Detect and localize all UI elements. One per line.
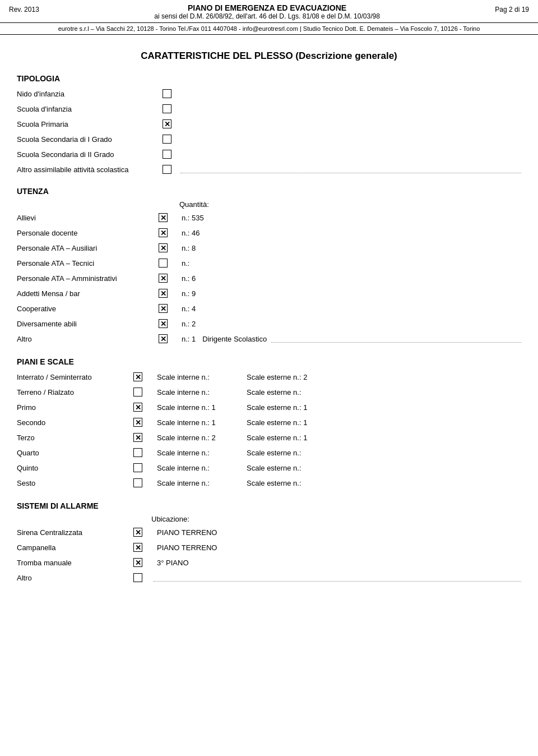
piani-scale-int-primo: Scale interne n.: 1: [151, 403, 241, 412]
tipologia-label-2: Scuola Primaria: [17, 120, 163, 128]
utenza-checkbox-cooperative[interactable]: [159, 304, 168, 313]
tipologia-section-header: TIPOLOGIA: [17, 74, 521, 83]
piani-scale-est-interrato: Scale esterne n.: 2: [241, 373, 331, 381]
utenza-checkbox-mensa[interactable]: [159, 289, 168, 298]
utenza-row-altro: Altro n.: 1 Dirigente Scolastico: [17, 333, 521, 345]
piani-scale-est-secondo: Scale esterne n.: 1: [241, 418, 331, 427]
allarme-section-header: SISTEMI DI ALLARME: [17, 501, 521, 510]
piani-checkbox-terreno[interactable]: [133, 388, 142, 397]
tipologia-label-3: Scuola Secondaria di I Grado: [17, 135, 163, 144]
utenza-label-ausiliari: Personale ATA – Ausiliari: [17, 244, 151, 252]
tipologia-label-1: Scuola d'infanzia: [17, 105, 163, 113]
utenza-qty-mensa: n.: 9: [182, 289, 196, 298]
allarme-label-altro: Altro: [17, 574, 129, 582]
allarme-checkbox-tromba[interactable]: [133, 558, 142, 567]
allarme-checkbox-altro[interactable]: [133, 573, 142, 582]
piani-checkbox-quarto[interactable]: [133, 448, 142, 457]
tipologia-label-4: Scuola Secondaria di II Grado: [17, 150, 163, 159]
piani-scale-int-secondo: Scale interne n.: 1: [151, 418, 241, 427]
piani-row-interrato: Interrato / Seminterrato Scale interne n…: [17, 371, 521, 383]
piani-scale-est-terzo: Scale esterne n.: 1: [241, 434, 331, 442]
utenza-row-diversamente: Diversamente abili n.: 2: [17, 317, 521, 330]
utenza-dotted-altro: [271, 335, 521, 343]
piani-label-terzo: Terzo: [17, 434, 129, 442]
allarme-checkbox-campanella[interactable]: [133, 543, 142, 552]
utenza-checkbox-diversamente[interactable]: [159, 319, 168, 328]
piani-scale-est-quarto: Scale esterne n.:: [241, 449, 331, 457]
utenza-label-altro: Altro: [17, 335, 151, 343]
piani-scale-int-quinto: Scale interne n.:: [151, 464, 241, 472]
piani-row-sesto: Sesto Scale interne n.: Scale esterne n.…: [17, 477, 521, 489]
piani-label-primo: Primo: [17, 403, 129, 412]
utenza-checkbox-altro[interactable]: [159, 334, 168, 343]
utenza-label-diversamente: Diversamente abili: [17, 320, 151, 328]
tipologia-checkbox-3[interactable]: [163, 135, 171, 144]
piani-label-sesto: Sesto: [17, 479, 129, 487]
subheader: eurotre s.r.l – Via Sacchi 22, 10128 - T…: [0, 23, 538, 35]
tipologia-checkbox-2[interactable]: [163, 119, 171, 128]
piani-checkbox-terzo[interactable]: [133, 433, 142, 442]
utenza-qty-docente: n.: 46: [182, 229, 200, 237]
piani-row-terreno: Terreno / Rialzato Scale interne n.: Sca…: [17, 386, 521, 398]
piani-label-secondo: Secondo: [17, 418, 129, 427]
allarme-row-campanella: Campanella PIANO TERRENO: [17, 541, 521, 554]
header-rev: Rev. 2013: [9, 3, 39, 13]
utenza-checkbox-tecnici[interactable]: [159, 259, 168, 268]
tipologia-row-3: Scuola Secondaria di I Grado: [17, 133, 521, 145]
tipologia-row-1: Scuola d'infanzia: [17, 103, 521, 115]
header-sub-title: ai sensi del D.M. 26/08/92, dell'art. 46…: [39, 12, 495, 20]
page-title: CARATTERISTICHE DEL PLESSO (Descrizione …: [17, 50, 521, 62]
piani-checkbox-quinto[interactable]: [133, 463, 142, 472]
piani-row-terzo: Terzo Scale interne n.: 2 Scale esterne …: [17, 431, 521, 444]
piani-row-quarto: Quarto Scale interne n.: Scale esterne n…: [17, 446, 521, 459]
allarme-label-campanella: Campanella: [17, 543, 129, 552]
utenza-label-mensa: Addetti Mensa / bar: [17, 289, 151, 298]
utenza-checkbox-amministrativi[interactable]: [159, 274, 168, 283]
utenza-qty-tecnici: n.:: [182, 259, 189, 268]
allarme-ubicazione-header: Ubicazione:: [151, 515, 189, 523]
tipologia-checkbox-0[interactable]: [163, 89, 171, 98]
piani-checkbox-primo[interactable]: [133, 403, 142, 412]
tipologia-checkbox-5[interactable]: [163, 165, 171, 174]
piani-section-header: PIANI E SCALE: [17, 357, 521, 366]
piani-checkbox-secondo[interactable]: [133, 418, 142, 427]
header-page: Pag 2 di 19: [495, 3, 529, 13]
utenza-label-docente: Personale docente: [17, 229, 151, 237]
utenza-label-cooperative: Cooperative: [17, 305, 151, 313]
allarme-header-row: Ubicazione:: [17, 515, 521, 523]
allarme-checkbox-sirena[interactable]: [133, 528, 142, 537]
utenza-qty-altro: n.: 1: [182, 335, 196, 343]
piani-checkbox-sesto[interactable]: [133, 478, 142, 487]
tipologia-checkbox-1[interactable]: [163, 104, 171, 113]
tipologia-row-0: Nido d'infanzia: [17, 87, 521, 100]
piani-scale-int-interrato: Scale interne n.:: [151, 373, 241, 381]
utenza-qty-cooperative: n.: 4: [182, 305, 196, 313]
allarme-row-altro: Altro: [17, 571, 521, 584]
tipologia-dotted-5: [180, 165, 521, 173]
piani-label-interrato: Interrato / Seminterrato: [17, 373, 129, 381]
utenza-qty-allievi: n.: 535: [182, 214, 204, 222]
allarme-ubicazione-sirena: PIANO TERRENO: [151, 528, 521, 537]
utenza-label-amministrativi: Personale ATA – Amministrativi: [17, 274, 151, 283]
utenza-row-cooperative: Cooperative n.: 4: [17, 302, 521, 315]
utenza-checkbox-ausiliari[interactable]: [159, 243, 168, 252]
utenza-checkbox-allievi[interactable]: [159, 213, 168, 222]
piani-scale-est-primo: Scale esterne n.: 1: [241, 403, 331, 412]
allarme-label-sirena: Sirena Centralizzata: [17, 528, 129, 537]
tipologia-checkbox-4[interactable]: [163, 150, 171, 159]
piani-scale-int-terreno: Scale interne n.:: [151, 388, 241, 397]
allarme-label-tromba: Tromba manuale: [17, 559, 129, 567]
piani-label-quinto: Quinto: [17, 464, 129, 472]
piani-checkbox-interrato[interactable]: [133, 372, 142, 381]
header-center: PIANO DI EMERGENZA ED EVACUAZIONE ai sen…: [39, 3, 495, 20]
utenza-label-tecnici: Personale ATA – Tecnici: [17, 259, 151, 268]
utenza-qty-diversamente: n.: 2: [182, 320, 196, 328]
piani-scale-int-terzo: Scale interne n.: 2: [151, 434, 241, 442]
utenza-checkbox-docente[interactable]: [159, 228, 168, 237]
tipologia-row-5: Altro assimilabile attività scolastica: [17, 163, 521, 176]
piani-scale-int-quarto: Scale interne n.:: [151, 449, 241, 457]
utenza-row-docente: Personale docente n.: 46: [17, 227, 521, 239]
allarme-ubicazione-tromba: 3° PIANO: [151, 559, 521, 567]
tipologia-row-2: Scuola Primaria: [17, 118, 521, 130]
utenza-extra-altro: Dirigente Scolastico: [202, 335, 267, 343]
